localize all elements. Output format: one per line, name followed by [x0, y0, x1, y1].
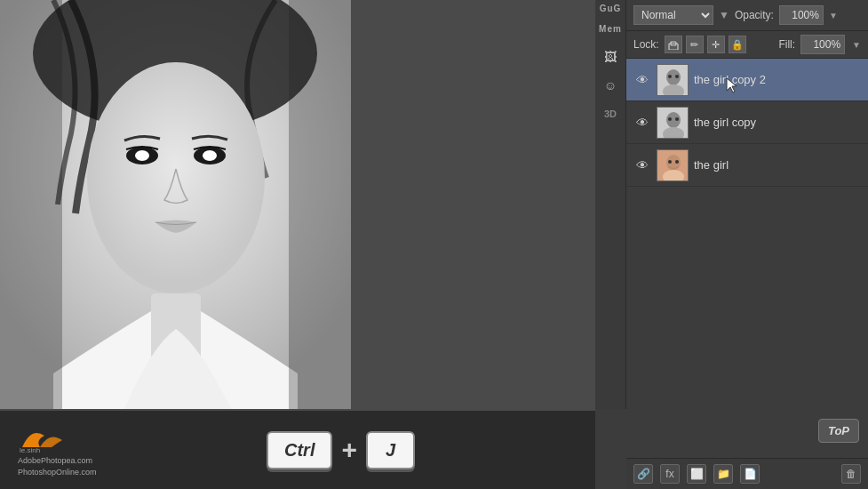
logo-icon: le.sinh [18, 422, 71, 453]
logo-area: le.sinh AdobePhotopea.com PhotoshopOnlin… [18, 422, 133, 477]
layer-thumb-girl [657, 149, 689, 181]
lock-fill-row: Lock: ✏ ✛ 🔒 Fill: ▼ [626, 31, 868, 59]
delete-layer-btn[interactable]: 🗑 [841, 464, 861, 484]
eye-icon-girl[interactable]: 👁 [633, 156, 651, 174]
layers-list: 👁 the girl copy 2 👁 [626, 59, 868, 458]
image-icon[interactable]: 🖼 [598, 44, 623, 69]
3d-icon[interactable]: 3D [598, 101, 623, 126]
j-key: J [366, 431, 415, 469]
svg-point-27 [675, 160, 679, 164]
ctrl-key: Ctrl [267, 431, 332, 469]
svg-point-6 [203, 150, 217, 161]
opacity-input[interactable] [779, 5, 824, 25]
layer-thumb-copy [657, 107, 689, 139]
eye-icon-copy2[interactable]: 👁 [633, 71, 651, 89]
add-mask-btn[interactable]: ⬜ [687, 464, 706, 484]
opacity-arrow: ▼ [829, 11, 838, 20]
layer-item-the-girl-copy[interactable]: 👁 the girl copy [626, 101, 868, 144]
layer-item-the-girl[interactable]: 👁 the girl [626, 144, 868, 187]
new-group-btn[interactable]: 📁 [713, 464, 733, 484]
photo-bw [0, 0, 351, 409]
layer-thumb-copy2 [657, 64, 689, 96]
bottom-bar: le.sinh AdobePhotopea.com PhotoshopOnlin… [0, 411, 595, 489]
lock-all-btn[interactable]: 🔒 [729, 36, 746, 53]
lock-position-btn[interactable]: ✛ [707, 36, 725, 53]
gu-label: GuG [600, 4, 622, 13]
opacity-label: Opacity: [735, 9, 774, 21]
layer-controls: 🔗 fx ⬜ 📁 📄 🗑 [626, 458, 868, 489]
svg-point-5 [135, 150, 149, 161]
layer-name-copy2: the girl copy 2 [694, 73, 861, 86]
eye-icon-copy[interactable]: 👁 [633, 114, 651, 132]
svg-point-26 [668, 160, 672, 164]
emoji-icon[interactable]: ☺ [598, 73, 623, 98]
lock-icons: ✏ ✛ 🔒 [665, 36, 746, 53]
svg-point-2 [87, 62, 265, 293]
opacity-dropdown-arrow: ▼ [719, 9, 729, 21]
svg-rect-8 [0, 0, 62, 409]
layer-item-the-girl-copy-2[interactable]: 👁 the girl copy 2 [626, 59, 868, 101]
side-panel-icons: GuG Mem 🖼 ☺ 3D [595, 0, 626, 409]
lock-transparency-btn[interactable] [665, 36, 682, 53]
lock-label: Lock: [633, 38, 659, 51]
layer-name-copy: the girl copy [694, 116, 861, 129]
layer-name-girl: the girl [694, 158, 861, 172]
blend-mode-select[interactable]: Normal Multiply Screen [633, 5, 713, 25]
svg-point-16 [668, 75, 672, 78]
lock-image-btn[interactable]: ✏ [686, 36, 704, 53]
shortcut-area: Ctrl + J [267, 431, 415, 469]
svg-text:le.sinh: le.sinh [20, 446, 40, 453]
layers-panel: Normal Multiply Screen ▼ Opacity: ▼ Lock… [626, 0, 868, 489]
photo-container [0, 0, 351, 409]
svg-point-21 [668, 117, 672, 121]
fill-input[interactable] [800, 35, 845, 54]
svg-point-22 [675, 117, 679, 121]
mem-label: Mem [599, 24, 622, 34]
svg-rect-9 [289, 0, 351, 409]
add-style-btn[interactable]: fx [660, 464, 680, 484]
link-layers-btn[interactable]: 🔗 [633, 464, 653, 484]
fill-label: Fill: [778, 38, 795, 51]
logo-text: AdobePhotopea.com PhotoshopOnline.com [18, 455, 97, 477]
blend-opacity-row: Normal Multiply Screen ▼ Opacity: ▼ [626, 0, 868, 31]
fill-arrow: ▼ [852, 40, 861, 50]
new-layer-btn[interactable]: 📄 [740, 464, 760, 484]
top-badge[interactable]: ToP [818, 419, 859, 443]
svg-point-17 [675, 75, 679, 78]
plus-sign: + [341, 435, 357, 465]
